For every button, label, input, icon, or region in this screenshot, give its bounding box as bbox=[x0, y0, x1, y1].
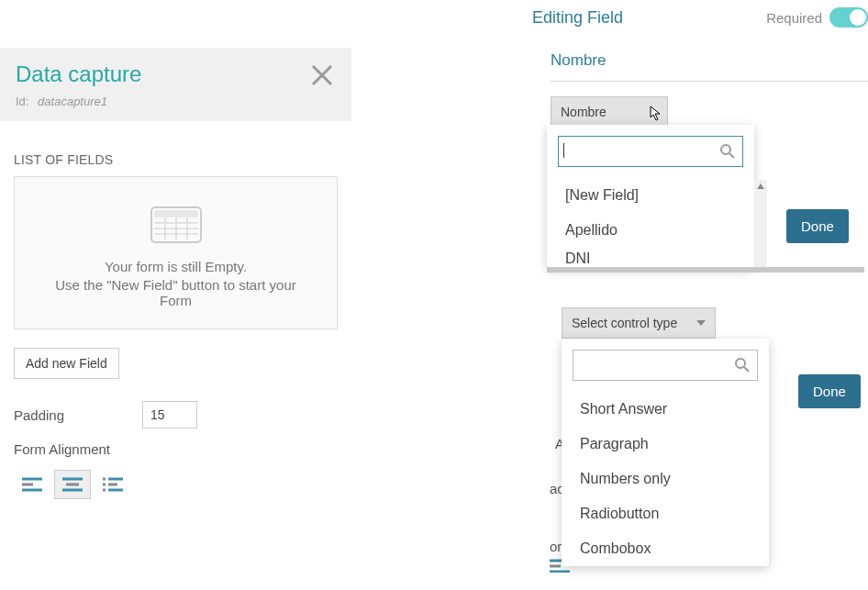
empty-text-1: Your form is still Empty. bbox=[38, 259, 314, 274]
panel-scrollbar[interactable] bbox=[547, 267, 864, 273]
dropdown-item-apellido[interactable]: Apellido bbox=[547, 213, 754, 248]
close-icon[interactable] bbox=[309, 62, 335, 91]
control-type-list: Short Answer Paragraph Numbers only Radi… bbox=[562, 392, 769, 566]
field-select-button[interactable]: Nombre bbox=[551, 96, 668, 128]
panel-title: Data capture bbox=[16, 61, 336, 87]
dropdown-item-new-field[interactable]: [New Field] bbox=[547, 178, 754, 213]
chevron-down-icon bbox=[696, 320, 706, 326]
control-type-select-button[interactable]: Select control type bbox=[562, 307, 716, 339]
done-button[interactable]: Done bbox=[786, 209, 849, 243]
field-dropdown: [New Field] Apellido DNI bbox=[547, 125, 754, 268]
empty-text-2: Use the "New Field" button to start your… bbox=[38, 277, 314, 308]
dropdown-item-combobox[interactable]: Combobox bbox=[562, 531, 769, 566]
dropdown-item-dni[interactable]: DNI bbox=[547, 248, 754, 268]
padding-input[interactable] bbox=[142, 401, 197, 429]
input-caret bbox=[563, 143, 564, 158]
editing-field-title: Editing Field bbox=[532, 8, 623, 28]
padding-label: Padding bbox=[14, 407, 142, 423]
control-type-label: Select control type bbox=[572, 316, 677, 330]
required-label: Required bbox=[766, 10, 822, 26]
id-label: Id: bbox=[16, 95, 28, 108]
editing-header: Editing Field Required bbox=[532, 0, 868, 28]
scrollbar-up-icon[interactable] bbox=[754, 180, 767, 193]
padding-row: Padding bbox=[14, 401, 338, 429]
align-center-button[interactable] bbox=[54, 470, 91, 499]
editing-field-panel: Editing Field Required Nombre Nombre bbox=[532, 0, 868, 128]
control-type-dropdown: Short Answer Paragraph Numbers only Radi… bbox=[562, 339, 769, 566]
done-button[interactable]: Done bbox=[798, 374, 861, 408]
control-type-search-input[interactable] bbox=[573, 350, 758, 381]
dropdown-scrollbar[interactable] bbox=[754, 180, 767, 272]
svg-rect-3 bbox=[154, 210, 198, 217]
form-alignment-row: Form Alignment bbox=[14, 441, 338, 457]
align-list-button[interactable] bbox=[95, 470, 131, 499]
id-value: datacapture1 bbox=[38, 95, 107, 108]
add-new-field-button[interactable]: Add new Field bbox=[14, 348, 119, 379]
list-of-fields-heading: LIST OF FIELDS bbox=[14, 152, 338, 167]
cursor-icon bbox=[649, 105, 662, 124]
data-capture-panel: Data capture Id: datacapture1 LIST OF FI… bbox=[0, 48, 351, 507]
side-text-c: or bbox=[550, 539, 562, 554]
required-toggle[interactable] bbox=[829, 7, 868, 28]
dropdown-item-paragraph[interactable]: Paragraph bbox=[562, 427, 769, 462]
dropdown-item-numbers-only[interactable]: Numbers only bbox=[562, 462, 769, 496]
field-search-input[interactable] bbox=[558, 136, 743, 167]
dropdown-item-short-answer[interactable]: Short Answer bbox=[562, 392, 769, 427]
title-bar: Data capture Id: datacapture1 bbox=[0, 48, 351, 121]
required-control: Required bbox=[766, 7, 868, 28]
form-alignment-label: Form Alignment bbox=[14, 441, 142, 457]
dropdown-item-radiobutton[interactable]: Radiobutton bbox=[562, 496, 769, 531]
field-dropdown-list: [New Field] Apellido DNI bbox=[547, 178, 754, 268]
align-left-button[interactable] bbox=[14, 470, 50, 499]
id-line: Id: datacapture1 bbox=[16, 95, 336, 108]
field-select-value: Nombre bbox=[561, 105, 606, 119]
empty-form-box: Your form is still Empty. Use the "New F… bbox=[14, 176, 338, 329]
field-name-heading: Nombre bbox=[551, 51, 868, 82]
grid-icon bbox=[38, 203, 314, 246]
alignment-buttons bbox=[14, 470, 338, 499]
